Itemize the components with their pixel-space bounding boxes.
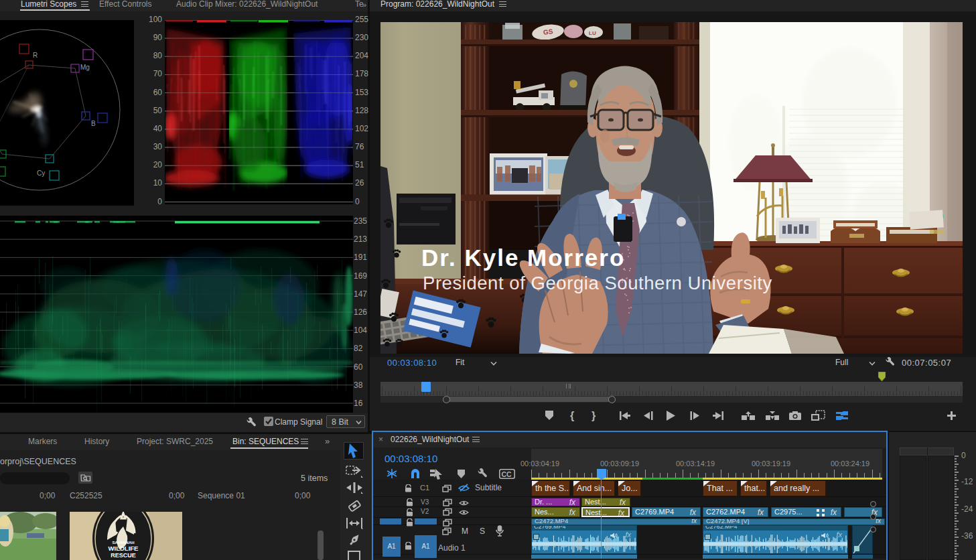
svg-text:{: { xyxy=(570,410,574,421)
svg-text:CC: CC xyxy=(502,470,512,478)
svg-text:R: R xyxy=(33,52,38,59)
svg-text:B: B xyxy=(91,120,96,127)
svg-text:WILDLIFE: WILDLIFE xyxy=(109,545,139,552)
svg-text:President of Georgia Southern: President of Georgia Southern University xyxy=(423,273,772,293)
svg-text:Cy: Cy xyxy=(37,169,45,177)
svg-text:LU: LU xyxy=(589,30,596,36)
svg-text:RESCUE: RESCUE xyxy=(111,552,136,559)
svg-text:Mg: Mg xyxy=(80,64,90,71)
svg-text:GS: GS xyxy=(543,27,553,36)
svg-text:Dr. Kyle Morrero: Dr. Kyle Morrero xyxy=(421,244,625,271)
svg-text:}: } xyxy=(591,410,596,421)
